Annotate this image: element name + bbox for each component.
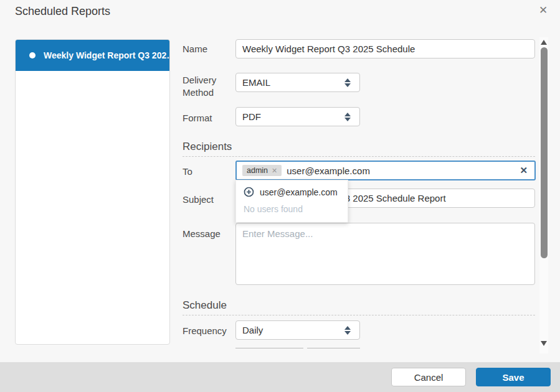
scrollbar[interactable] xyxy=(539,37,548,353)
recipient-suggestion-dropdown: user@example.com No users found xyxy=(235,180,348,223)
frequency-select[interactable]: Daily xyxy=(235,320,360,340)
message-textarea[interactable] xyxy=(235,223,535,285)
recipient-tag-label: admin xyxy=(247,166,268,175)
delivery-method-select[interactable]: EMAIL xyxy=(235,73,360,92)
no-users-found-text: No users found xyxy=(244,204,348,214)
cancel-button[interactable]: Cancel xyxy=(391,368,466,386)
name-input[interactable] xyxy=(235,39,535,58)
bullet-icon xyxy=(29,52,36,58)
to-input[interactable]: admin ✕ user@example.com ✕ xyxy=(235,161,536,180)
format-select[interactable]: PDF xyxy=(235,107,360,126)
select-arrows-icon xyxy=(344,326,351,335)
delivery-method-value: EMAIL xyxy=(242,77,344,88)
frequency-value: Daily xyxy=(242,325,344,335)
dialog-footer: Cancel Save xyxy=(0,362,560,392)
subject-label: Subject xyxy=(183,194,234,206)
to-label: To xyxy=(183,166,234,178)
delivery-method-label: Delivery Method xyxy=(183,74,234,99)
select-arrows-icon xyxy=(344,78,351,87)
report-item-label: Weekly Widget Report Q3 202… xyxy=(44,50,169,60)
suggestion-option-label: user@example.com xyxy=(260,187,338,197)
format-value: PDF xyxy=(242,111,344,122)
save-button[interactable]: Save xyxy=(476,368,551,386)
schedule-heading: Schedule xyxy=(183,299,535,315)
close-icon[interactable]: ✕ xyxy=(536,4,550,17)
clear-field-icon[interactable]: ✕ xyxy=(520,165,529,176)
scrollbar-thumb[interactable] xyxy=(541,47,548,258)
to-typed-text: user@example.com xyxy=(287,166,515,176)
recipients-heading: Recipients xyxy=(183,141,535,157)
format-label: Format xyxy=(183,112,234,124)
partial-time-input xyxy=(235,348,303,348)
add-user-icon xyxy=(244,187,254,197)
report-list-item[interactable]: Weekly Widget Report Q3 202… xyxy=(16,40,169,71)
scroll-up-icon[interactable] xyxy=(541,40,547,45)
report-list-panel: Weekly Widget Report Q3 202… xyxy=(15,39,170,345)
partial-time-input xyxy=(307,348,360,348)
dialog-title: Scheduled Reports xyxy=(15,5,110,18)
message-label: Message xyxy=(183,228,234,240)
name-label: Name xyxy=(183,43,234,55)
scroll-down-icon[interactable] xyxy=(541,341,547,346)
tag-remove-icon[interactable]: ✕ xyxy=(272,167,277,175)
frequency-label: Frequency xyxy=(183,325,234,337)
recipient-tag: admin ✕ xyxy=(242,165,282,176)
select-arrows-icon xyxy=(344,113,351,121)
suggestion-add-option[interactable]: user@example.com xyxy=(244,187,348,197)
